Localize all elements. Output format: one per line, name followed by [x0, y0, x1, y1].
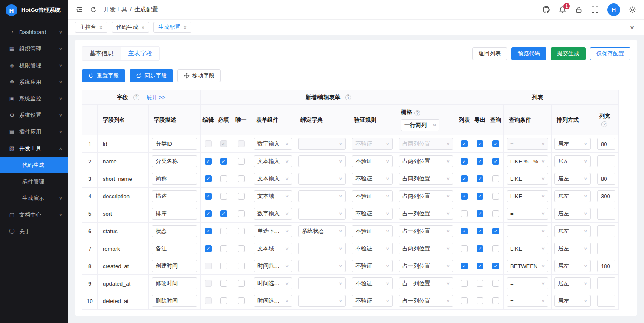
dict-select[interactable]: ∨	[298, 277, 346, 289]
grid-select[interactable]: 占两列位置∨	[399, 190, 453, 202]
unique-checkbox[interactable]	[238, 210, 245, 217]
unique-checkbox[interactable]	[238, 193, 245, 200]
list-checkbox[interactable]	[461, 280, 468, 287]
sync-fields-button[interactable]: 同步字段	[130, 69, 173, 82]
export-checkbox[interactable]	[477, 280, 483, 287]
query-condition-select[interactable]: =∨	[507, 295, 548, 307]
column-width-input[interactable]	[597, 295, 615, 307]
unique-checkbox[interactable]	[238, 297, 245, 304]
edit-checkbox[interactable]: ✓	[205, 210, 212, 217]
grid-select[interactable]: 占一列位置∨	[399, 277, 453, 289]
validation-rule-select[interactable]: 不验证∨	[352, 155, 393, 167]
export-checkbox[interactable]: ✓	[477, 193, 483, 200]
validation-rule-select[interactable]: 不验证∨	[352, 225, 393, 237]
align-select[interactable]: 居左∨	[554, 225, 591, 237]
query-condition-select[interactable]: LIKE∨	[507, 190, 548, 202]
query-checkbox[interactable]: ✓	[492, 228, 499, 234]
form-component-select[interactable]: 时间选择(Y-...∨	[254, 295, 292, 307]
help-icon[interactable]: ?	[414, 110, 420, 116]
export-checkbox[interactable]: ✓	[477, 228, 483, 234]
dict-select[interactable]: ∨	[298, 208, 346, 220]
sidebar-item-permission[interactable]: ◈权限管理∨	[0, 57, 68, 74]
validation-rule-select[interactable]: 不验证∨	[352, 243, 393, 254]
query-condition-select[interactable]: LIKE∨	[507, 243, 548, 254]
align-select[interactable]: 居左∨	[554, 208, 591, 220]
required-checkbox[interactable]	[220, 228, 227, 234]
grid-select[interactable]: 占两列位置∨	[399, 243, 453, 254]
settings-gear-icon[interactable]	[629, 6, 636, 14]
form-component-select[interactable]: 文本域∨	[254, 243, 292, 254]
submit-generate-button[interactable]: 提交生成	[551, 47, 586, 60]
sidebar-item-plugin[interactable]: ▤插件应用∨	[0, 123, 68, 140]
unique-checkbox[interactable]	[238, 228, 245, 234]
tab-main-fields[interactable]: 主表字段	[121, 46, 160, 61]
query-condition-select[interactable]: =∨	[507, 208, 548, 220]
unique-checkbox[interactable]	[238, 280, 245, 287]
sidebar-item-dashboard[interactable]: ◔Dashboard∨	[0, 24, 68, 40]
unique-checkbox[interactable]	[238, 263, 245, 269]
align-select[interactable]: 居左∨	[554, 277, 591, 289]
sidebar-item-monitor[interactable]: ▣系统监控∨	[0, 90, 68, 107]
list-checkbox[interactable]	[461, 297, 468, 304]
field-desc-input[interactable]	[152, 138, 197, 150]
query-checkbox[interactable]	[492, 210, 499, 217]
sidebar-item-docs[interactable]: ▢文档中心∨	[0, 206, 68, 223]
query-checkbox[interactable]	[492, 245, 499, 252]
tabs-dropdown-button[interactable]: ∨	[624, 23, 640, 32]
field-desc-input[interactable]	[152, 295, 197, 307]
form-component-select[interactable]: 文本输入∨	[254, 173, 292, 185]
unique-checkbox[interactable]	[238, 175, 245, 182]
tab-codegen[interactable]: 代码生成 ×	[112, 22, 150, 33]
align-select[interactable]: 居左∨	[554, 260, 591, 272]
align-select[interactable]: 居左∨	[554, 155, 591, 167]
list-checkbox[interactable]	[461, 210, 468, 217]
column-width-input[interactable]	[597, 260, 615, 272]
align-select[interactable]: 居左∨	[554, 173, 591, 185]
field-desc-input[interactable]	[152, 173, 197, 185]
close-icon[interactable]: ×	[99, 25, 103, 30]
help-icon[interactable]: ?	[601, 121, 607, 127]
field-desc-input[interactable]	[152, 243, 197, 254]
sidebar-subitem-plugin-manage[interactable]: 插件管理	[0, 173, 68, 190]
app-logo[interactable]: H HotGo管理系统	[0, 0, 68, 20]
list-checkbox[interactable]: ✓	[461, 228, 468, 234]
align-select[interactable]: 居左∨	[554, 190, 591, 202]
user-avatar[interactable]: H	[607, 3, 620, 16]
required-checkbox[interactable]	[220, 193, 227, 200]
collapse-sidebar-icon[interactable]	[76, 6, 83, 13]
column-width-input[interactable]	[597, 173, 615, 185]
breadcrumb-parent[interactable]: 开发工具	[104, 6, 127, 14]
export-checkbox[interactable]: ✓	[477, 140, 483, 147]
field-desc-input[interactable]	[152, 155, 197, 167]
move-fields-button[interactable]: 移动字段	[177, 69, 221, 82]
list-checkbox[interactable]: ✓	[461, 193, 468, 200]
export-checkbox[interactable]: ✓	[477, 158, 483, 165]
grid-layout-select[interactable]: 一行两列 ∨	[401, 119, 439, 131]
validation-rule-select[interactable]: 不验证∨	[352, 208, 393, 220]
validation-rule-select[interactable]: 不验证∨	[352, 190, 393, 202]
edit-checkbox[interactable]: ✓	[205, 193, 212, 200]
required-checkbox[interactable]: ✓	[220, 158, 227, 165]
query-condition-select[interactable]: LIKE %...%∨	[507, 155, 548, 167]
query-condition-select[interactable]: LIKE∨	[507, 173, 548, 185]
grid-select[interactable]: 占一列位置∨	[399, 225, 453, 237]
field-desc-input[interactable]	[152, 208, 197, 220]
list-checkbox[interactable]: ✓	[461, 158, 468, 165]
field-desc-input[interactable]	[152, 190, 197, 202]
align-select[interactable]: 居左∨	[554, 138, 591, 150]
sidebar-subitem-gen-demo[interactable]: 生成演示∨	[0, 190, 68, 206]
query-checkbox[interactable]: ✓	[492, 158, 499, 165]
sidebar-item-org[interactable]: ▦组织管理∨	[0, 40, 68, 57]
query-condition-select[interactable]: =∨	[507, 277, 548, 289]
preview-code-button[interactable]: 预览代码	[511, 47, 546, 60]
column-width-input[interactable]	[597, 243, 615, 254]
grid-select[interactable]: 占一列位置∨	[399, 260, 453, 272]
fullscreen-icon[interactable]	[591, 6, 599, 14]
sidebar-subitem-codegen[interactable]: 代码生成	[0, 157, 68, 173]
edit-checkbox[interactable]: ✓	[205, 228, 212, 234]
export-checkbox[interactable]: ✓	[477, 245, 483, 252]
field-desc-input[interactable]	[152, 225, 197, 237]
validation-rule-select[interactable]: 不验证∨	[352, 277, 393, 289]
expand-link[interactable]: 展开 >>	[147, 94, 166, 101]
dict-select[interactable]: 系统状态∨	[298, 225, 346, 237]
